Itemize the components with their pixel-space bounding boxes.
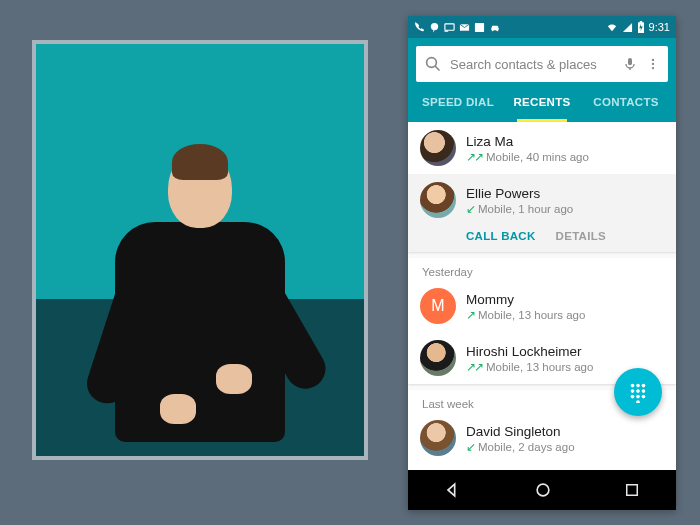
- contact-name: Hiroshi Lockheimer: [466, 344, 593, 359]
- svg-rect-24: [627, 485, 638, 496]
- avatar: M: [420, 288, 456, 324]
- call-row[interactable]: Liza Ma ↗↗Mobile, 40 mins ago: [408, 122, 676, 174]
- cast-icon: [444, 22, 455, 33]
- svg-point-10: [652, 59, 654, 61]
- search-box[interactable]: Search contacts & places: [416, 46, 668, 82]
- call-direction-icon: ↗: [466, 309, 474, 321]
- wifi-icon: [606, 22, 618, 33]
- svg-rect-3: [475, 22, 484, 31]
- mail-icon: [459, 22, 470, 33]
- svg-point-13: [631, 384, 635, 388]
- call-meta: Mobile, 2 days ago: [478, 441, 575, 453]
- svg-point-15: [642, 384, 646, 388]
- contact-name: David Singleton: [466, 424, 575, 439]
- search-icon: [424, 55, 442, 73]
- car-icon: [489, 22, 501, 33]
- presentation-photo: [32, 40, 368, 460]
- svg-rect-9: [628, 58, 632, 65]
- avatar: [420, 420, 456, 456]
- call-direction-icon: ↙: [466, 203, 474, 215]
- details-button[interactable]: DETAILS: [556, 230, 606, 242]
- svg-point-0: [431, 22, 438, 29]
- avatar: [420, 340, 456, 376]
- signal-icon: [622, 22, 633, 33]
- tabs: SPEED DIAL RECENTS CONTACTS: [416, 82, 668, 122]
- presenter-figure: [90, 136, 310, 456]
- phone-status-icon: [414, 22, 425, 33]
- search-placeholder: Search contacts & places: [450, 57, 614, 72]
- svg-point-5: [496, 29, 498, 31]
- contact-name: Ellie Powers: [466, 186, 573, 201]
- svg-point-18: [642, 389, 646, 393]
- tab-recents[interactable]: RECENTS: [500, 82, 584, 122]
- dialpad-icon: [627, 381, 649, 403]
- svg-point-12: [652, 67, 654, 69]
- call-meta: Mobile, 1 hour ago: [478, 203, 573, 215]
- callback-button[interactable]: CALL BACK: [466, 230, 536, 242]
- svg-rect-7: [639, 21, 641, 23]
- dialpad-fab[interactable]: [614, 368, 662, 416]
- call-meta: Mobile, 40 mins ago: [486, 151, 589, 163]
- svg-point-20: [636, 395, 640, 399]
- nav-bar: [408, 470, 676, 510]
- call-meta: Mobile, 13 hours ago: [486, 361, 593, 373]
- call-row[interactable]: Ellie Powers ↙Mobile, 1 hour ago: [408, 174, 676, 226]
- status-time: 9:31: [649, 21, 670, 33]
- call-row[interactable]: M Mommy ↗Mobile, 13 hours ago: [408, 280, 676, 332]
- svg-point-11: [652, 63, 654, 65]
- contact-name: Mommy: [466, 292, 585, 307]
- app-bar: Search contacts & places SPEED DIAL RECE…: [408, 38, 676, 122]
- svg-point-4: [492, 29, 494, 31]
- gplus-icon: [474, 22, 485, 33]
- status-bar: 9:31: [408, 16, 676, 38]
- call-row[interactable]: Hiroshi Lockheimer ↗Mobile, 2 days ago: [408, 464, 676, 470]
- call-row[interactable]: David Singleton ↙Mobile, 2 days ago: [408, 412, 676, 464]
- mic-icon[interactable]: [622, 56, 638, 72]
- svg-point-14: [636, 384, 640, 388]
- overflow-icon[interactable]: [646, 56, 660, 72]
- battery-icon: [637, 21, 645, 33]
- svg-point-19: [631, 395, 635, 399]
- call-direction-icon: ↗↗: [466, 151, 482, 163]
- svg-point-22: [636, 400, 640, 403]
- svg-rect-1: [445, 23, 454, 29]
- tab-contacts[interactable]: CONTACTS: [584, 82, 668, 122]
- contact-name: Liza Ma: [466, 134, 589, 149]
- avatar: [420, 130, 456, 166]
- back-button[interactable]: [443, 480, 463, 500]
- svg-point-16: [631, 389, 635, 393]
- svg-point-21: [642, 395, 646, 399]
- call-direction-icon: ↙: [466, 441, 474, 453]
- tab-speed-dial[interactable]: SPEED DIAL: [416, 82, 500, 122]
- home-button[interactable]: [533, 480, 553, 500]
- hangouts-icon: [429, 22, 440, 33]
- call-direction-icon: ↗↗: [466, 361, 482, 373]
- section-label: Yesterday: [408, 258, 676, 280]
- phone-frame: 9:31 Search contacts & places SPEED DIAL…: [408, 16, 676, 510]
- call-meta: Mobile, 13 hours ago: [478, 309, 585, 321]
- svg-point-17: [636, 389, 640, 393]
- recents-button[interactable]: [623, 481, 641, 499]
- svg-point-23: [537, 484, 549, 496]
- recents-list: Liza Ma ↗↗Mobile, 40 mins ago Ellie Powe…: [408, 122, 676, 470]
- avatar: [420, 182, 456, 218]
